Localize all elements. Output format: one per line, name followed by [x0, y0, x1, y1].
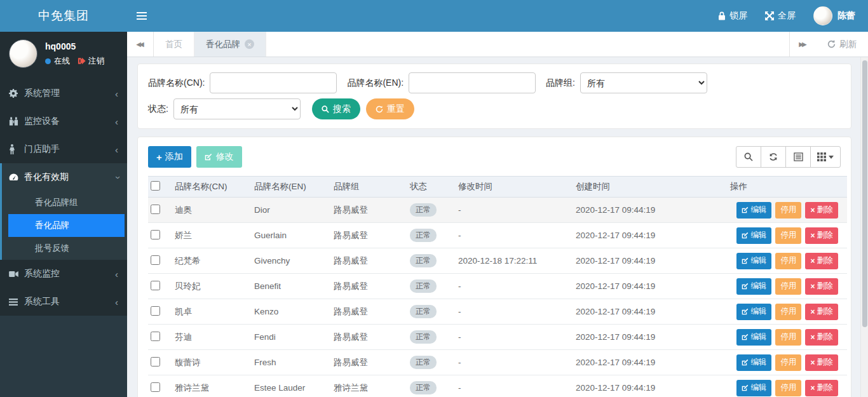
edit-button[interactable]: 编辑 [736, 227, 771, 244]
binoculars-icon [9, 117, 24, 126]
table-search-button[interactable] [736, 146, 761, 168]
delete-button[interactable]: ×删除 [805, 253, 837, 269]
modify-button[interactable]: 修改 [196, 146, 242, 168]
user-menu[interactable]: 陈蕾 [813, 6, 855, 25]
sidebar-item-system-management[interactable]: 系统管理 ‹ [0, 79, 127, 107]
scrollbar-thumb[interactable] [862, 60, 867, 327]
row-checkbox[interactable] [151, 205, 160, 214]
delete-button[interactable]: ×删除 [805, 329, 837, 346]
tab-label: 香化品牌 [206, 39, 240, 50]
row-checkbox[interactable] [151, 332, 160, 341]
disable-button[interactable]: 停用 [775, 278, 801, 295]
row-checkbox[interactable] [151, 255, 160, 265]
sidebar-item-monitor-devices[interactable]: 监控设备 ‹ [0, 107, 127, 135]
delete-button[interactable]: ×删除 [805, 278, 837, 295]
table-refresh-button[interactable] [761, 146, 786, 168]
sidebar-item-batch-feedback[interactable]: 批号反馈 [2, 237, 127, 260]
vertical-scrollbar[interactable] [860, 57, 868, 397]
edit-button[interactable]: 编辑 [736, 380, 771, 396]
search-button[interactable]: 搜索 [312, 98, 360, 119]
brand-group-cell: 路易威登 [331, 198, 407, 223]
brand-group-cell: 路易威登 [331, 248, 407, 274]
select-all-checkbox[interactable] [151, 181, 160, 191]
menu-label: 监控设备 [24, 116, 60, 127]
chevron-left-icon: ‹ [115, 269, 118, 279]
brand-group-select[interactable]: 所有 [580, 72, 707, 93]
fullscreen-label: 全屏 [778, 10, 796, 22]
row-checkbox[interactable] [151, 382, 160, 392]
row-checkbox[interactable] [151, 281, 160, 290]
header-modified-time: 修改时间 [456, 177, 573, 198]
table-row: 凯卓Kenzo路易威登正常-2020-12-17 09:44:19编辑停用×删除 [148, 299, 847, 325]
status-select[interactable]: 所有 [173, 98, 301, 119]
logout-button[interactable]: 注销 [78, 56, 104, 67]
row-checkbox[interactable] [151, 357, 160, 367]
reset-button[interactable]: 重置 [366, 98, 414, 119]
edit-button[interactable]: 编辑 [736, 202, 771, 219]
brand-logo[interactable]: 中免集团 [0, 0, 127, 32]
sidebar-item-perfume-brand-group[interactable]: 香化品牌组 [2, 191, 127, 214]
menu-label: 系统监控 [24, 268, 60, 279]
brand-en-input[interactable] [409, 72, 536, 93]
disable-button[interactable]: 停用 [775, 354, 801, 371]
delete-button[interactable]: ×删除 [805, 304, 837, 320]
tab-close-icon[interactable]: × [245, 39, 254, 49]
detail-view-button[interactable] [785, 146, 811, 168]
delete-button[interactable]: ×删除 [805, 354, 837, 371]
fullscreen-button[interactable]: 全屏 [765, 10, 796, 22]
brand-group-label: 品牌组: [546, 77, 575, 89]
sidebar-item-system-monitor[interactable]: 系统监控 ‹ [0, 260, 127, 288]
edit-button[interactable]: 编辑 [736, 304, 771, 320]
sidebar-toggle-button[interactable] [127, 0, 156, 32]
edit-button[interactable]: 编辑 [736, 278, 771, 295]
brand-table: 品牌名称(CN) 品牌名称(EN) 品牌组 状态 修改时间 创建时间 操作 迪奥… [148, 176, 847, 397]
sidebar-item-perfume-brand[interactable]: 香化品牌 [8, 214, 125, 237]
table-row: 雅诗兰黛Estee Lauder雅诗兰黛正常-2020-12-17 09:44:… [148, 375, 847, 397]
delete-button[interactable]: ×删除 [805, 380, 837, 396]
delete-button[interactable]: ×删除 [805, 202, 837, 219]
columns-button[interactable] [810, 146, 841, 168]
tab-home[interactable]: 首页 [154, 32, 194, 57]
edit-button[interactable]: 编辑 [736, 354, 771, 371]
tab-refresh-button[interactable]: 刷新 [816, 32, 868, 57]
brand-en-cell: Dior [252, 198, 331, 223]
brand-cn-cell: 凯卓 [172, 299, 252, 325]
edit-icon [742, 206, 749, 213]
table-row: 纪梵希Givenchy路易威登正常2020-12-18 17:22:112020… [148, 248, 847, 274]
row-checkbox[interactable] [151, 230, 160, 239]
table-view-controls [736, 146, 841, 168]
brand-en-cell: Fendi [252, 325, 331, 350]
disable-button[interactable]: 停用 [775, 304, 801, 320]
sidebar-item-perfume-validity[interactable]: 香化有效期 ‹ [2, 163, 127, 191]
tab-label: 首页 [165, 39, 182, 50]
created-time-cell: 2020-12-17 09:44:19 [573, 248, 728, 274]
delete-button[interactable]: ×删除 [805, 227, 837, 244]
disable-button[interactable]: 停用 [775, 329, 801, 346]
disable-button[interactable]: 停用 [775, 202, 801, 219]
search-icon [744, 152, 753, 161]
sidebar-item-store-assistant[interactable]: 门店助手 ‹ [0, 135, 127, 163]
tab-perfume-brand[interactable]: 香化品牌 × [194, 32, 266, 57]
brand-en-cell: Fresh [252, 350, 331, 375]
x-icon: × [810, 282, 815, 291]
menu-label: 系统管理 [24, 88, 60, 99]
sidebar-item-system-tools[interactable]: 系统工具 ‹ [0, 288, 127, 316]
status-badge: 正常 [410, 381, 437, 394]
tabs-scroll-right-button[interactable]: ▶▶ [789, 32, 816, 57]
tabs-scroll-left-button[interactable]: ◀◀ [127, 32, 154, 57]
edit-icon [742, 333, 749, 340]
lock-screen-button[interactable]: 锁屏 [718, 10, 747, 22]
row-checkbox[interactable] [151, 306, 160, 316]
edit-button[interactable]: 编辑 [736, 329, 771, 346]
brand-cn-cell: 芬迪 [172, 325, 252, 350]
disable-button[interactable]: 停用 [775, 227, 801, 244]
disable-button[interactable]: 停用 [775, 380, 801, 396]
modified-time-cell: - [456, 274, 573, 299]
brand-en-cell: Guerlain [252, 223, 331, 248]
brand-cn-input[interactable] [210, 72, 337, 93]
edit-button[interactable]: 编辑 [736, 253, 771, 269]
add-button[interactable]: + 添加 [148, 146, 191, 168]
disable-button[interactable]: 停用 [775, 253, 801, 269]
sidebar-filler [0, 316, 127, 397]
online-status-label: 在线 [54, 56, 70, 67]
